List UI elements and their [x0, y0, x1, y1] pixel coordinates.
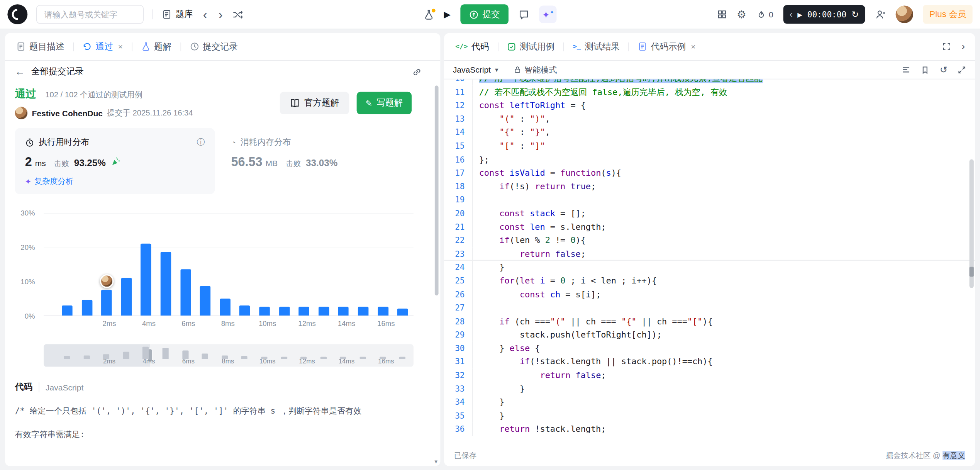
apps-grid-button[interactable]	[717, 9, 727, 19]
timer-reset-icon[interactable]: ↻	[851, 9, 859, 19]
ai-assistant-button[interactable]: ✦✦	[539, 6, 557, 23]
chart-bar[interactable]	[220, 298, 230, 315]
collapse-panel-button[interactable]: ›	[960, 41, 966, 52]
timer-play-icon[interactable]: ▶	[797, 11, 802, 18]
run-code-button[interactable]: ▶	[444, 9, 450, 19]
chart-bar[interactable]	[319, 307, 329, 316]
brush-selected-window[interactable]	[44, 344, 150, 366]
info-icon[interactable]: ⓘ	[197, 137, 205, 148]
write-solution-button[interactable]: ✎ 写题解	[357, 92, 412, 114]
problem-search[interactable]	[36, 5, 144, 24]
chart-bar[interactable]	[200, 286, 210, 316]
code-line[interactable]: 26 const ch = s[i];	[444, 288, 975, 301]
problem-bank-nav[interactable]: 题库	[162, 9, 193, 20]
search-input[interactable]	[37, 10, 143, 19]
tab-problem-description[interactable]: 题目描述	[14, 41, 67, 52]
app-logo[interactable]	[7, 4, 27, 24]
chart-bar[interactable]	[338, 307, 349, 316]
settings-button[interactable]: ⚙	[737, 8, 746, 21]
code-line[interactable]: 36 return !stack.length;	[444, 422, 975, 436]
author-avatar[interactable]	[15, 107, 27, 119]
close-tab-icon[interactable]: ×	[118, 42, 123, 51]
code-line[interactable]: 33 }	[444, 382, 975, 395]
bookmark-button[interactable]	[921, 65, 930, 74]
chart-bar[interactable]	[161, 252, 171, 316]
submitted-code-preview[interactable]: /* 给定一个只包括 '(', ')', '{', '}', '[', ']' …	[5, 400, 440, 441]
code-line[interactable]: 23 return false;	[444, 247, 975, 261]
tab-submission-result[interactable]: 通过 ×	[80, 41, 125, 52]
code-line[interactable]: 34 }	[444, 395, 975, 409]
code-line[interactable]: 28 if (ch ==="(" || ch === "{" || ch ===…	[444, 315, 975, 328]
code-line[interactable]: 12const leftToRight = {	[444, 99, 975, 112]
chart-bar[interactable]	[259, 307, 270, 316]
timer-collapse-icon[interactable]: ‹	[790, 10, 793, 19]
code-line[interactable]: 30 } else {	[444, 342, 975, 355]
code-line[interactable]: 13 "(" : ")",	[444, 112, 975, 126]
prev-problem-button[interactable]: ‹	[202, 8, 208, 20]
code-line[interactable]: 11// 若不匹配或栈不为空返回 false,遍历完毕后, 栈为空, 有效	[444, 85, 975, 99]
plus-member-badge[interactable]: Plus 会员	[923, 5, 973, 24]
chart-bar[interactable]	[397, 309, 408, 316]
code-line[interactable]: 18 if(!s) return true;	[444, 180, 975, 193]
back-button[interactable]: ←	[15, 66, 25, 77]
chart-bar[interactable]	[101, 290, 112, 316]
runtime-stat-card[interactable]: 执行用时分布 ⓘ 2 ms 击败 93.25% ✦ 复杂度分析	[15, 128, 215, 194]
format-code-button[interactable]	[902, 65, 911, 74]
code-line[interactable]: 25 for(let i = 0 ; i < len ; i++){	[444, 274, 975, 288]
code-line[interactable]: 29 stack.push(leftToRight[ch]);	[444, 328, 975, 342]
code-line[interactable]: 24 }	[444, 261, 975, 274]
chart-bar[interactable]	[239, 305, 250, 316]
user-avatar[interactable]	[895, 6, 913, 23]
chart-bar[interactable]	[358, 307, 368, 316]
chart-bar[interactable]	[121, 278, 131, 316]
official-solution-button[interactable]: 官方题解	[280, 92, 349, 114]
tab-submission-history[interactable]: 提交记录	[187, 41, 240, 52]
smart-mode-toggle[interactable]: 智能模式	[513, 64, 557, 75]
tab-test-cases[interactable]: 测试用例	[505, 41, 557, 52]
streak-counter[interactable]: 0	[756, 10, 773, 19]
tab-code[interactable]: </> 代码	[453, 41, 492, 52]
code-line[interactable]: 16};	[444, 153, 975, 166]
share-link-button[interactable]	[412, 67, 422, 76]
code-line[interactable]: 15 "[" : "]"	[444, 139, 975, 153]
code-line[interactable]: 27	[444, 301, 975, 315]
tab-solutions[interactable]: 题解	[138, 41, 174, 52]
reset-code-button[interactable]: ↺	[940, 65, 948, 74]
submit-button[interactable]: 提交	[461, 4, 509, 24]
chart-bar[interactable]	[141, 243, 151, 316]
scroll-down-arrow[interactable]: ▼	[434, 459, 439, 465]
complexity-analysis-link[interactable]: ✦ 复杂度分析	[25, 176, 205, 187]
practice-timer[interactable]: ‹ ▶ 00:00:00 ↻	[783, 5, 865, 24]
chart-bar[interactable]	[180, 269, 191, 316]
code-line[interactable]: 20 const stack = [];	[444, 207, 975, 220]
code-line[interactable]: 31 if(!stack.length || stack.pop()!==ch)…	[444, 355, 975, 369]
fullscreen-button[interactable]	[942, 42, 951, 51]
code-line[interactable]: 17const isValid = function(s){	[444, 166, 975, 180]
debug-button[interactable]	[423, 9, 434, 19]
chart-bar[interactable]	[299, 307, 309, 316]
chart-bar[interactable]	[81, 300, 92, 316]
memory-stat-card[interactable]: ◔ 消耗内存分布 56.53 MB 击败 33.03%	[231, 128, 338, 177]
expand-editor-button[interactable]	[958, 65, 966, 74]
invite-button[interactable]	[875, 9, 885, 19]
next-problem-button[interactable]: ›	[217, 8, 224, 20]
tab-code-samples[interactable]: 代码示例 ×	[635, 41, 698, 52]
code-line[interactable]: 14 "{" : "}",	[444, 126, 975, 139]
language-selector[interactable]: JavaScript ▼	[453, 65, 500, 74]
chart-bar[interactable]	[378, 307, 388, 316]
chart-bar[interactable]	[279, 307, 289, 316]
code-line[interactable]: 22 if(len % 2 != 0){	[444, 234, 975, 247]
code-line[interactable]: 21 const len = s.length;	[444, 220, 975, 234]
my-result-marker[interactable]	[100, 274, 114, 288]
code-line[interactable]: 10// 用一个栈来维护括号匹配性,遇到右括号时,弹出栈顶元素,查看是否匹配	[444, 79, 975, 85]
chart-bar[interactable]	[62, 305, 72, 316]
code-line[interactable]: 32 return false;	[444, 368, 975, 382]
random-problem-button[interactable]	[232, 9, 243, 19]
close-tab-icon[interactable]: ×	[691, 42, 695, 51]
code-line[interactable]: 35 }	[444, 409, 975, 422]
tab-test-results[interactable]: >_ 测试结果	[570, 41, 622, 52]
code-line[interactable]: 19	[444, 193, 975, 207]
chart-brush-strip[interactable]: 2ms4ms6ms8ms10ms12ms14ms16ms	[44, 344, 414, 366]
comments-button[interactable]	[519, 9, 529, 19]
code-editor[interactable]: 10// 用一个栈来维护括号匹配性,遇到右括号时,弹出栈顶元素,查看是否匹配11…	[444, 79, 975, 445]
